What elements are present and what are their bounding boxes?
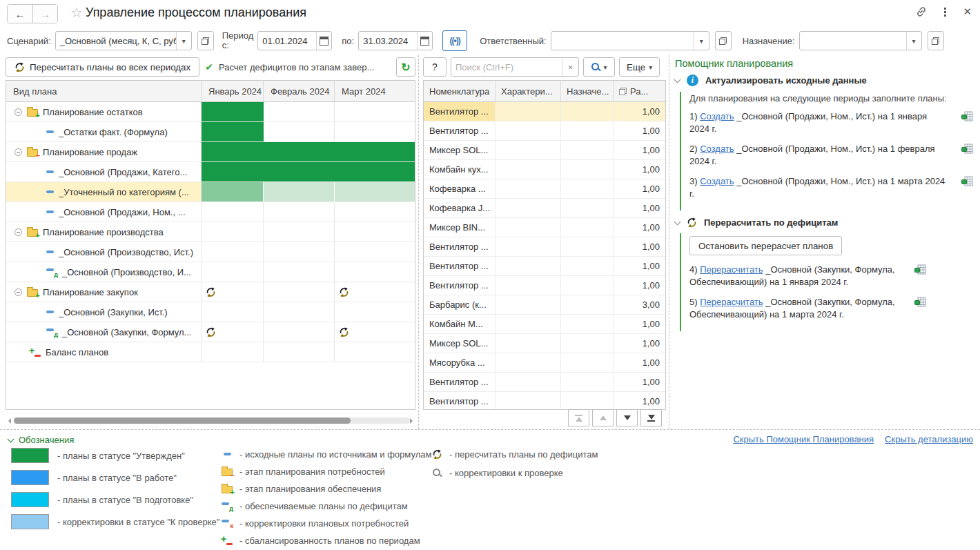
period-to-input[interactable]: 31.03.2024 — [358, 31, 433, 50]
calendar-icon[interactable] — [316, 32, 331, 50]
stop-recalc-button[interactable]: Остановить перерасчет планов — [689, 236, 842, 255]
nomenclature-row[interactable]: Вентилятор ...1,00 — [424, 392, 665, 410]
help-button[interactable]: ? — [423, 57, 447, 77]
tree-collapse-icon[interactable] — [14, 228, 22, 236]
nomenclature-row[interactable]: Вентилятор ...1,00 — [424, 121, 665, 141]
tree-collapse-icon[interactable] — [14, 288, 22, 296]
legend-header[interactable]: Обозначения — [8, 435, 74, 445]
purpose-combobox[interactable]: ▾ — [799, 31, 922, 50]
period-from-input[interactable]: 01.01.2024 — [257, 31, 332, 50]
go-last-button[interactable] — [640, 409, 662, 426]
more-menu-icon[interactable] — [944, 8, 946, 17]
nomenclature-row[interactable]: Вентилятор ...1,00 — [424, 257, 665, 276]
nomenclature-row[interactable]: Барбарис (к...3,00 — [424, 295, 665, 315]
column-header[interactable]: Назначе... — [561, 81, 614, 101]
recalc-all-periods-button[interactable]: Пересчитать планы во всех периодах — [6, 57, 199, 77]
go-next-button[interactable] — [616, 409, 638, 426]
nomenclature-row[interactable]: Комбайн кух...1,00 — [424, 160, 665, 179]
scroll-left-icon[interactable] — [6, 418, 11, 424]
nomenclature-row[interactable]: Миксер SOL...1,00 — [424, 141, 665, 160]
legend-panel: Обозначения - планы в статусе "Утвержден… — [0, 429, 980, 550]
recalc-pending-icon — [206, 287, 216, 297]
responsible-open-button[interactable] — [715, 31, 732, 50]
scenario-combobox[interactable]: _Основной (месяц, К, С, руб., все ▾ — [55, 31, 192, 50]
nomenclature-row[interactable]: Вентилятор ...1,00 — [424, 276, 665, 295]
link-icon[interactable] — [915, 6, 928, 18]
plan-row[interactable]: _Уточненный по категориям (... — [6, 182, 415, 202]
nomenclature-row[interactable]: Кофеварка ...1,00 — [424, 179, 665, 199]
create-plan-link[interactable]: Создать — [700, 111, 734, 121]
go-first-button[interactable] — [568, 409, 589, 426]
plan-row[interactable]: д_Основной (Производство, И... — [6, 262, 415, 282]
plan-row[interactable]: _Основной (Продажи, Катего... — [6, 162, 415, 182]
scroll-right-icon[interactable] — [410, 418, 415, 424]
nomenclature-row[interactable]: Миксер BIN...1,00 — [424, 218, 665, 237]
plan-row[interactable]: +Планирование закупок — [6, 282, 415, 302]
refresh-button[interactable]: ↻ — [396, 57, 415, 77]
item-quantity-cell: 1,00 — [614, 315, 665, 333]
responsible-combobox[interactable]: ▾ — [551, 31, 709, 50]
plan-source-icon — [46, 251, 54, 253]
plan-row[interactable]: Баланс планов — [6, 342, 415, 362]
recalc-plan-link[interactable]: Перерасчитать — [700, 264, 763, 275]
nomenclature-row[interactable]: Мясорубка ...1,00 — [424, 353, 665, 373]
search-input[interactable] — [451, 62, 562, 72]
plan-row[interactable]: _Основной (Производство, Ист.) — [6, 242, 415, 262]
column-header[interactable]: Вид плана — [6, 81, 202, 101]
chevron-down-icon[interactable]: ▾ — [906, 32, 921, 50]
plan-document-icon[interactable] — [961, 144, 973, 154]
close-icon[interactable]: ✕ — [963, 6, 972, 18]
favorite-star-icon[interactable]: ☆ — [70, 4, 83, 21]
nomenclature-row[interactable]: Вентилятор ...1,00 — [424, 237, 665, 257]
create-plan-link[interactable]: Создать — [700, 144, 734, 154]
period-variant-button[interactable]: ((•)) — [442, 30, 467, 51]
chevron-down-icon[interactable]: ▾ — [694, 32, 709, 50]
nomenclature-row[interactable]: Вентилятор ...1,00 — [424, 102, 665, 121]
search-settings-button[interactable]: ▾ — [583, 57, 615, 77]
hide-assistant-link[interactable]: Скрыть Помощник Планирования — [733, 434, 874, 444]
chevron-down-icon[interactable] — [8, 435, 14, 442]
section-recalc-header[interactable]: Перерасчитать по дефицитам — [675, 217, 973, 228]
column-header[interactable]: Номенклатура — [424, 81, 496, 101]
nomenclature-row[interactable]: Миксер SOL...1,00 — [424, 334, 665, 353]
plan-row[interactable]: д_Основной (Закупки, Формул... — [6, 322, 415, 342]
plan-row[interactable]: –Планирование продаж — [6, 142, 415, 162]
column-header[interactable]: Март 2024 — [335, 81, 415, 101]
back-button[interactable]: ← — [8, 5, 32, 23]
plan-row[interactable]: _Остатки факт. (Формула) — [6, 122, 415, 142]
hide-details-link[interactable]: Скрыть детализацию — [885, 434, 973, 444]
plan-row[interactable]: _Основной (Продажи, Ном., ... — [6, 202, 415, 222]
nomenclature-row[interactable]: Комбайн М...1,00 — [424, 315, 665, 334]
plan-document-icon[interactable] — [961, 111, 973, 121]
horizontal-scrollbar[interactable] — [6, 416, 415, 425]
plan-row[interactable]: +Планирование остатков — [6, 102, 415, 122]
recalc-plan-link[interactable]: Перерасчитать — [700, 297, 763, 307]
plan-document-icon[interactable] — [914, 264, 926, 275]
column-header[interactable]: Ра... — [614, 81, 665, 101]
column-header[interactable]: Характери... — [496, 81, 561, 101]
forward-button[interactable]: → — [32, 5, 57, 23]
column-header[interactable]: Февраль 2024 — [264, 81, 335, 101]
plan-document-icon[interactable] — [961, 176, 973, 186]
scenario-open-button[interactable] — [197, 31, 214, 50]
section-actualize-header[interactable]: i Актуализировать исходные данные — [675, 75, 973, 86]
nomenclature-row[interactable]: Вентилятор ...1,00 — [424, 373, 665, 392]
clear-search-icon[interactable]: × — [562, 58, 578, 76]
more-actions-button[interactable]: Еще▾ — [619, 57, 660, 77]
chevron-down-icon[interactable] — [674, 76, 681, 83]
tree-collapse-icon[interactable] — [14, 148, 22, 156]
plan-document-icon[interactable] — [914, 297, 926, 307]
go-previous-button[interactable] — [592, 409, 614, 426]
nomenclature-row[interactable]: Кофеварка J...1,00 — [424, 199, 665, 218]
calendar-icon[interactable] — [417, 32, 432, 50]
column-header[interactable]: Январь 2024 — [202, 81, 264, 101]
chevron-down-icon[interactable] — [674, 218, 681, 225]
plan-row[interactable]: +Планирование производства — [6, 222, 415, 242]
scrollbar-thumb[interactable] — [14, 418, 351, 424]
plan-row[interactable]: _Основной (Закупки, Ист.) — [6, 302, 415, 322]
chevron-down-icon[interactable]: ▾ — [176, 32, 191, 50]
purpose-open-button[interactable] — [928, 31, 944, 50]
create-plan-link[interactable]: Создать — [700, 176, 734, 186]
tree-collapse-icon[interactable] — [14, 108, 22, 116]
recalc-pending-icon — [339, 287, 349, 297]
